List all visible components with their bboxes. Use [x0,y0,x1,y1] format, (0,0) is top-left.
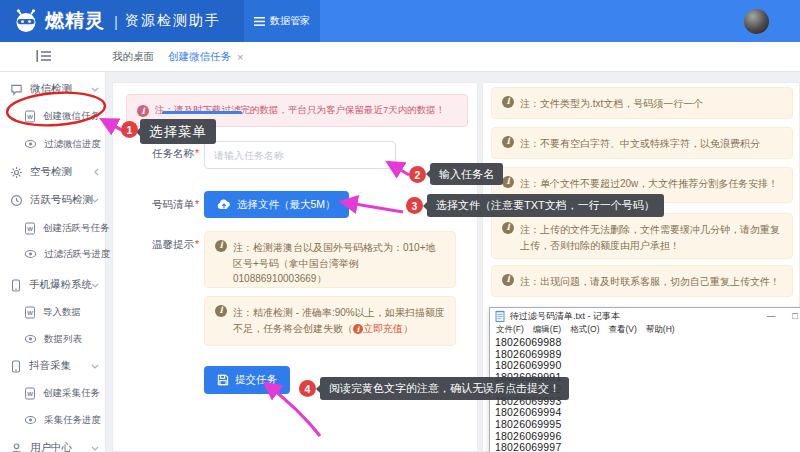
format-tip-note: i 注：检测港澳台以及国外号码格式为：010+地区号+号码（拿中国台湾举例010… [204,231,456,288]
collapse-sidebar-icon[interactable] [36,49,54,65]
submit-task-button[interactable]: 提交任务 [204,366,290,394]
notepad-title-bar[interactable]: 待过滤号码清单.txt - 记事本 — □ [490,308,800,324]
eye-icon [24,334,37,344]
info-icon: i [502,176,514,188]
info-icon: i [502,222,514,234]
info-icon: i [215,240,227,252]
eye-icon [24,249,37,259]
menu-view[interactable]: 查看(V) [608,324,636,336]
step-2-badge: 2 [409,166,426,183]
tab-create-wechat-task[interactable]: 创建微信任务 × [168,42,243,71]
note-text: 注：不要有空白字符、中文或特殊字符，以免浪费积分 [520,136,760,150]
notepad-title: 待过滤号码清单.txt - 记事本 [510,310,620,323]
brand-separator: | [114,13,118,30]
sidebar-item-create-collect-task[interactable]: W 创建采集任务 [0,382,106,404]
format-tip-text: 注：检测港澳台以及国外号码格式为：010+地区号+号码（拿中国台湾举例01088… [233,240,445,279]
number-list-label: 号码清单* [119,198,199,212]
sidebar-item-user-center[interactable]: 用户中心 [0,437,106,452]
menu-help[interactable]: 帮助(H) [646,324,675,336]
sidebar-item-create-wechat-task[interactable]: W 创建微信任务 [0,105,106,127]
sidebar-item-douyin-collect[interactable]: 抖音采集 [0,355,106,377]
minimize-button[interactable]: — [760,308,782,324]
chevron-down-icon [91,364,99,369]
top-header: 燃精灵 | 资源检测助手 数据管家 [0,0,800,42]
sidebar-item-import-data[interactable]: W 导入数据 [0,301,106,323]
menu-item-label: 数据管家 [270,14,310,28]
accuracy-tip-text: 注：精准检测 - 准确率:90%以上，如果扫描额度不足，任务将会创建失败（i立即… [233,305,445,337]
active-tab-underline [162,111,242,114]
phone-number-line: 18026069988 [495,337,800,349]
note-text: 注：文件类型为.txt文档，号码须一行一个 [520,96,703,110]
choose-file-label: 选择文件（最大5M） [237,198,336,212]
chevron-down-icon [91,198,99,203]
menu-file[interactable]: 文件(F) [496,324,524,336]
save-disk-icon [217,374,229,386]
info-icon: i [215,305,227,317]
step-4-badge: 4 [299,380,316,397]
chevron-left-icon [94,168,99,176]
tips-label: 温馨提示* [119,238,199,252]
close-tab-icon[interactable]: × [237,51,243,63]
note-file-type: i 注：文件类型为.txt文档，号码须一行一个 [491,87,793,119]
chevron-down-icon [91,87,99,92]
gear-icon [10,166,23,179]
menu-edit[interactable]: 编辑(E) [533,324,561,336]
doc-w-icon: W [24,387,36,400]
svg-text:W: W [27,114,33,120]
phone-number-line: 18026069997 [495,442,800,452]
info-icon: i [137,105,149,117]
required-mark: * [195,147,199,159]
choose-file-button[interactable]: 选择文件（最大5M） [204,191,349,218]
phone-icon [10,279,22,292]
user-avatar[interactable] [744,9,769,34]
recharge-now-link[interactable]: 立即充值 [363,323,403,334]
step-1-tooltip: 选择菜单 [140,119,216,144]
menu-format[interactable]: 格式(O) [570,324,599,336]
note-text: 注：出现问题，请及时联系客服，切勿自己重复上传文件！ [520,274,780,288]
sidebar-item-phone-fans-system[interactable]: 手机爆粉系统 [0,274,106,296]
note-contact-support: i 注：出现问题，请及时联系客服，切勿自己重复上传文件！ [491,265,793,297]
menu-item-data-manager[interactable]: 数据管家 [244,0,320,42]
step-2-tooltip: 输入任务名 [430,163,503,185]
logo-section: 燃精灵 | 资源检测助手 [0,0,244,42]
info-icon: i [502,136,514,148]
note-no-duplicate-upload: i 注：上传的文件无法删除，文件需要缓冲几分钟，请勿重复上传，否则扣除的额度由用… [491,213,793,259]
brand-name: 燃精灵 [45,8,105,34]
note-text: 注：单个文件不要超过20w，大文件推荐分割多任务安排！ [520,176,778,194]
tab-my-desktop[interactable]: 我的桌面 [112,42,154,71]
sidebar-item-collect-task-progress[interactable]: 采集任务进度 [0,409,106,431]
eye-icon [24,415,37,425]
hamburger-icon [254,17,265,26]
accuracy-tip-note: i 注：精准检测 - 准确率:90%以上，如果扫描额度不足，任务将会创建失败（i… [204,296,456,346]
phone-number-line: 18026069995 [495,419,800,431]
info-icon: i [353,324,363,334]
tab-label: 我的桌面 [112,50,154,64]
sidebar-item-filter-active-progress[interactable]: 过滤活跃号进度 [0,243,106,265]
svg-text:W: W [27,226,33,232]
brand-subtitle: 资源检测助手 [125,12,221,30]
eye-icon [24,139,37,149]
doc-w-icon: W [24,222,36,235]
chat-bubble-icon [10,83,23,96]
info-icon: i [502,96,514,108]
sidebar-item-filter-wechat-progress[interactable]: 过滤微信进度 [0,133,106,155]
sidebar-item-create-active-task[interactable]: W 创建活跃号任务 [0,217,106,239]
svg-text:W: W [27,391,33,397]
info-icon: i [502,274,514,286]
notepad-menu-bar: 文件(F) 编辑(E) 格式(O) 查看(V) 帮助(H) [490,324,800,336]
mascot-logo-icon [13,8,39,34]
tab-bar: 我的桌面 创建微信任务 × [0,42,800,72]
sidebar-item-active-number-check[interactable]: 活跃号码检测 [0,189,106,211]
required-mark: * [195,238,199,250]
doc-w-icon: W [24,110,36,123]
step-1-badge: 1 [121,121,138,138]
task-name-label: 任务名称* [119,147,199,161]
note-no-special-chars: i 注：不要有空白字符、中文或特殊字符，以免浪费积分 [491,127,793,159]
sidebar-item-empty-number-check[interactable]: 空号检测 [0,161,106,183]
doc-w-icon: W [24,306,36,319]
sidebar-item-wechat-check[interactable]: 微信检测 [0,78,106,100]
task-name-input[interactable] [204,141,396,169]
cloud-upload-icon [217,199,231,210]
maximize-button[interactable]: □ [784,308,800,324]
sidebar-item-data-list[interactable]: 数据列表 [0,328,106,350]
